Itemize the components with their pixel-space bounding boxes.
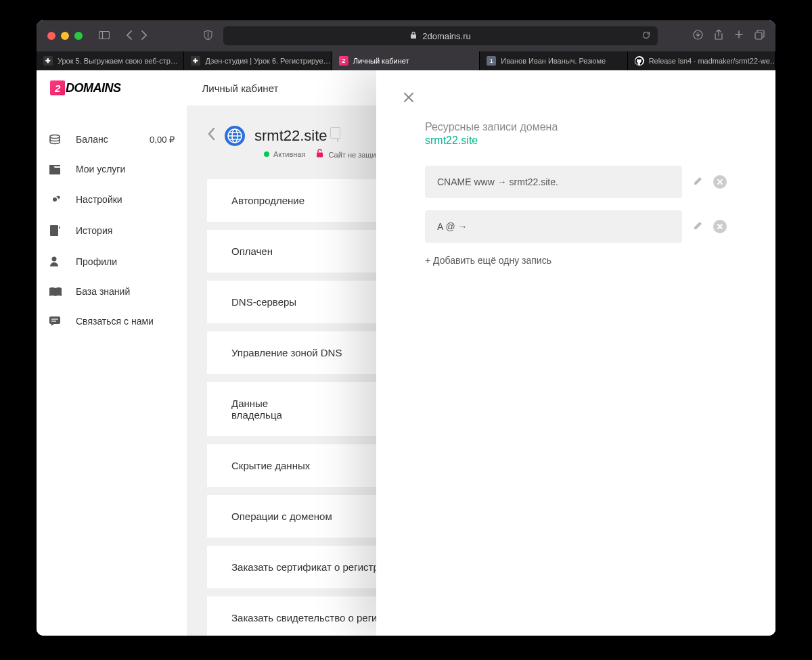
browser-window: 2domains.ru ✚ Урок 5. Выгружаем свою веб… (37, 20, 775, 636)
browser-tab-4[interactable]: Release lsn4 · madmaker/srmt22-we… (628, 51, 775, 70)
open-book-icon (49, 287, 64, 297)
drawer-title: Ресурсные записи домена (425, 121, 748, 133)
browser-tab-1[interactable]: ✚ Дзен-студия | Урок 6. Регистрируе… (184, 51, 332, 70)
logo-badge: 2 (50, 80, 65, 95)
sidebar-item-label: История (76, 225, 112, 236)
svg-rect-5 (755, 32, 762, 39)
dns-record[interactable]: A @ → (425, 210, 682, 243)
tab-label: Дзен-студия | Урок 6. Регистрируе… (205, 57, 330, 65)
plus-square-icon: ✚ (191, 56, 200, 66)
sidebar-toggle-icon[interactable] (99, 30, 110, 41)
downloads-icon[interactable] (693, 30, 703, 43)
svg-rect-7 (49, 165, 60, 166)
card-label: Управление зоной DNS (231, 347, 342, 358)
sidebar-item-label: Баланс (76, 134, 108, 145)
sidebar-item-profiles[interactable]: Профили (37, 246, 187, 277)
2domains-favicon: 2 (339, 56, 348, 66)
url-bar[interactable]: 2domains.ru (223, 26, 658, 45)
sidebar-item-label: Настройки (76, 194, 122, 205)
plus-square-icon: ✚ (43, 56, 53, 66)
num-badge-icon: 1 (487, 56, 496, 66)
card-label: Автопродление (231, 195, 304, 206)
unlock-icon (316, 151, 325, 159)
page-title: Личный кабинет (202, 82, 279, 94)
chat-icon (49, 316, 64, 327)
add-record-button[interactable]: + Добавить ещё одну запись (425, 255, 748, 266)
sidebar-item-knowledge[interactable]: База знаний (37, 277, 187, 306)
svg-rect-9 (59, 227, 60, 229)
close-window-button[interactable] (47, 32, 55, 40)
tab-label: Release lsn4 · madmaker/srmt22-we… (649, 57, 775, 65)
sidebar-item-balance[interactable]: Баланс 0,00 ₽ (37, 124, 187, 154)
card-label: DNS-серверы (231, 296, 296, 308)
minimize-window-button[interactable] (61, 32, 69, 40)
svg-point-10 (52, 257, 57, 262)
sidebar-item-label: База знаний (76, 286, 130, 297)
card-label: Операции с доменом (231, 511, 332, 522)
svg-rect-3 (411, 34, 416, 39)
card-label: Оплачен (231, 245, 273, 257)
svg-rect-8 (50, 225, 58, 236)
card-label: Заказать сертификат о регистр (231, 561, 379, 573)
back-button[interactable] (207, 127, 215, 145)
browser-tab-3[interactable]: 1 Иванов Иван Иваныч. Резюме (480, 51, 627, 70)
privacy-shield-icon[interactable] (203, 30, 213, 43)
svg-rect-0 (99, 32, 110, 39)
logo[interactable]: 2 DOMAINS (50, 80, 121, 95)
close-drawer-button[interactable] (403, 91, 414, 106)
sidebar-item-history[interactable]: История (37, 215, 187, 246)
dns-record-row: A @ → (425, 210, 748, 243)
browser-chrome: 2domains.ru (37, 20, 775, 51)
sidebar-item-label: Связаться с нами (76, 316, 154, 327)
nav-forward-button[interactable] (141, 30, 148, 42)
dns-record[interactable]: CNAME www → srmt22.site. (425, 166, 682, 198)
lock-icon (410, 31, 417, 41)
delete-record-button[interactable] (713, 175, 727, 189)
nav-back-button[interactable] (126, 30, 133, 42)
person-icon (49, 256, 64, 267)
copy-icon[interactable] (337, 130, 338, 142)
tab-label: Иванов Иван Иваныч. Резюме (501, 57, 606, 65)
svg-rect-17 (317, 153, 323, 158)
card-label: Данные владельца (231, 398, 306, 421)
svg-rect-11 (49, 316, 60, 324)
page: 2 DOMAINS Личный кабинет Баланс 0,00 ₽ (37, 70, 775, 636)
svg-point-6 (50, 135, 60, 139)
card-label: Скрытие данных (231, 460, 310, 471)
balance-value: 0,00 ₽ (150, 135, 175, 145)
sidebar-item-label: Профили (76, 256, 117, 267)
maximize-window-button[interactable] (74, 32, 83, 40)
status-active: Активная (264, 150, 305, 158)
new-tab-icon[interactable] (734, 30, 744, 42)
logo-text: DOMAINS (66, 81, 121, 95)
browser-tab-2[interactable]: 2 Личный кабинет (332, 51, 480, 70)
sidebar-item-label: Мои услуги (76, 164, 125, 174)
book-icon (49, 225, 64, 237)
tab-label: Личный кабинет (353, 57, 409, 65)
domain-name: srmt22.site (254, 127, 328, 145)
delete-record-button[interactable] (713, 220, 727, 233)
sidebar-item-settings[interactable]: Настройки (37, 184, 187, 215)
folder-icon (49, 164, 64, 174)
tabs-overview-icon[interactable] (754, 30, 765, 43)
edit-record-button[interactable] (692, 175, 704, 187)
url-text: 2domains.ru (422, 31, 471, 41)
edit-record-button[interactable] (692, 220, 704, 232)
dns-records-drawer: Ресурсные записи домена srmt22.site CNAM… (376, 70, 775, 636)
tab-label: Урок 5. Выгружаем свою веб-стр… (58, 57, 178, 65)
sidebar-item-services[interactable]: Мои услуги (37, 154, 187, 184)
globe-icon (225, 126, 245, 146)
traffic-lights (47, 32, 83, 40)
share-icon[interactable] (714, 29, 723, 43)
sidebar-nav: Баланс 0,00 ₽ Мои услуги Настройки (37, 105, 187, 636)
card-label: Заказать свидетельство о регис (231, 612, 382, 623)
github-icon (635, 56, 644, 66)
sidebar-item-contact[interactable]: Связаться с нами (37, 306, 187, 336)
browser-tab-0[interactable]: ✚ Урок 5. Выгружаем свою веб-стр… (37, 51, 184, 70)
dns-record-row: CNAME www → srmt22.site. (425, 166, 748, 198)
gear-icon (49, 193, 64, 206)
reload-icon[interactable] (641, 30, 651, 42)
browser-tabs: ✚ Урок 5. Выгружаем свою веб-стр… ✚ Дзен… (37, 51, 775, 70)
coins-icon (49, 134, 64, 145)
drawer-domain: srmt22.site (425, 135, 748, 147)
